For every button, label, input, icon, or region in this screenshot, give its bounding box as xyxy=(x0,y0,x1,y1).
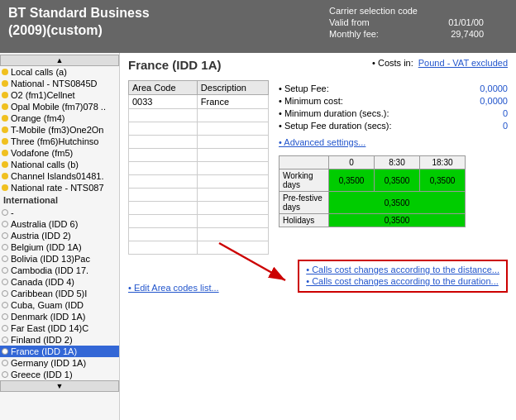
sidebar-item[interactable]: Caribbean (IDD 5)I xyxy=(0,288,119,299)
rate-row: Workingdays0,35000,35000,3500 xyxy=(280,169,466,192)
carrier-value xyxy=(421,5,487,17)
sidebar-item[interactable]: Finland (IDD 2) xyxy=(0,334,119,346)
time-header-cell: 8:30 xyxy=(375,156,420,169)
sidebar-item-label: National - NTS0845D xyxy=(11,79,98,88)
table-row xyxy=(129,202,269,215)
rate-cell: 0,3500 xyxy=(375,169,420,192)
sidebar-dot-icon xyxy=(2,302,8,308)
sidebar-item[interactable]: Opal Mobile (fm7)078 .. xyxy=(0,101,119,112)
monthly-fee-value: 29,7400 xyxy=(421,28,487,40)
rate-row: Holidays0,3500 xyxy=(280,214,466,227)
rate-grid-section: 08:3018:30Workingdays0,35000,35000,3500P… xyxy=(279,155,508,227)
calls-duration-link[interactable]: • Calls cost changes according to the du… xyxy=(306,276,499,286)
sidebar-dot-icon xyxy=(2,150,8,156)
sidebar-item[interactable]: Australia (IDD 6) xyxy=(0,218,119,230)
monthly-fee-label: Monthly fee: xyxy=(326,28,421,40)
sidebar-item[interactable]: Far East (IDD 14)C xyxy=(0,322,119,334)
sidebar-item-label: Orange (fm4) xyxy=(11,113,64,123)
sidebar-item[interactable]: Cuba, Guam (IDD xyxy=(0,299,119,311)
rate-cell: 0,3500 xyxy=(420,169,466,192)
sidebar-item[interactable]: France (IDD 1A) xyxy=(0,346,119,357)
sidebar-item-label: National rate - NTS087 xyxy=(11,183,104,193)
sidebar: ▲ Local calls (a)National - NTS0845DO2 (… xyxy=(0,53,120,420)
sidebar-item[interactable]: Canada (IDD 4) xyxy=(0,276,119,288)
advanced-settings-link[interactable]: • Advanced settings... xyxy=(279,137,366,147)
sidebar-item-label: Germany (IDD 1A) xyxy=(11,358,86,368)
sidebar-dot-icon xyxy=(2,69,8,75)
sidebar-item[interactable]: Orange (fm4) xyxy=(0,112,119,124)
sidebar-dot-icon xyxy=(2,103,8,110)
min-cost-value: 0,0000 xyxy=(458,96,508,106)
sidebar-item-label: Opal Mobile (fm7)078 .. xyxy=(11,102,106,112)
sidebar-item[interactable]: Cambodia (IDD 17. xyxy=(0,265,119,276)
area-code-cell xyxy=(129,175,198,189)
svg-line-1 xyxy=(219,243,285,280)
sidebar-item[interactable]: O2 (fm1)Cellnet xyxy=(0,89,119,101)
sidebar-item[interactable]: - xyxy=(0,207,119,218)
sidebar-item[interactable]: Belgium (IDD 1A) xyxy=(0,241,119,253)
sidebar-item-label: Austria (IDD 2) xyxy=(11,231,71,241)
rate-cell: 0,3500 xyxy=(329,192,466,214)
rate-row-label: Pre-festivedays xyxy=(280,192,329,214)
description-header: Description xyxy=(197,81,268,95)
setup-fee-label: • Setup Fee: xyxy=(279,84,329,93)
sidebar-dot-icon xyxy=(2,255,8,262)
sidebar-item[interactable]: National rate - NTS087 xyxy=(0,182,119,193)
sidebar-item[interactable]: Vodafone (fm5) xyxy=(0,147,119,159)
sidebar-item[interactable]: National - NTS0845D xyxy=(0,78,119,89)
sidebar-dot-icon xyxy=(2,232,8,239)
area-code-cell xyxy=(129,202,198,215)
edit-area-codes-link[interactable]: • Edit Area codes list... xyxy=(128,283,219,293)
sidebar-item[interactable]: Channel Islands01481. xyxy=(0,170,119,182)
sidebar-dot-icon xyxy=(2,92,8,98)
sidebar-dot-icon xyxy=(2,173,8,179)
sidebar-item-label: Australia (IDD 6) xyxy=(11,219,78,229)
sidebar-item[interactable]: T-Mobile (fm3)One2On xyxy=(0,124,119,136)
description-cell xyxy=(197,202,268,215)
cost-details: • Setup Fee: 0,0000 • Minimum cost: 0,00… xyxy=(279,84,508,255)
sidebar-scroll-down[interactable]: ▼ xyxy=(0,380,119,392)
sidebar-item[interactable]: Denmark (IDD 1A) xyxy=(0,311,119,322)
area-code-header: Area Code xyxy=(129,81,198,95)
header: BT Standard Business (2009)(custom) Carr… xyxy=(0,0,516,53)
area-code-cell: 0033 xyxy=(129,95,198,109)
calls-distance-link[interactable]: • Calls cost changes according to the di… xyxy=(306,265,499,274)
area-code-cell xyxy=(129,122,198,136)
sidebar-item[interactable]: Germany (IDD 1A) xyxy=(0,357,119,369)
sidebar-scroll-up[interactable]: ▲ xyxy=(0,55,119,66)
pound-vat-link[interactable]: Pound - VAT excluded xyxy=(418,58,508,68)
sidebar-item[interactable]: Greece (IDD 1) xyxy=(0,369,119,380)
sidebar-item-label: Caribbean (IDD 5)I xyxy=(11,289,87,298)
area-code-cell xyxy=(129,136,198,149)
setup-duration-row: • Setup Fee duration (secs): 0 xyxy=(279,121,508,131)
sidebar-item-label: Vodafone (fm5) xyxy=(11,148,73,158)
area-code-cell xyxy=(129,149,198,162)
sidebar-item-label: Cuba, Guam (IDD xyxy=(11,300,84,310)
setup-fee-row: • Setup Fee: 0,0000 xyxy=(279,84,508,93)
description-cell xyxy=(197,189,268,202)
sidebar-dot-icon xyxy=(2,115,8,122)
sidebar-item-label: National calls (b) xyxy=(11,160,79,169)
sidebar-dot-icon xyxy=(2,161,8,168)
sidebar-item[interactable]: Austria (IDD 2) xyxy=(0,230,119,241)
sidebar-dot-icon xyxy=(2,279,8,285)
sidebar-item[interactable]: Local calls (a) xyxy=(0,66,119,78)
sidebar-item[interactable]: Three (fm6)Hutchinso xyxy=(0,136,119,147)
sidebar-item-label: Three (fm6)Hutchinso xyxy=(11,136,98,146)
rate-cell: 0,3500 xyxy=(329,169,375,192)
min-duration-label: • Minimum duration (secs.): xyxy=(279,108,389,118)
setup-fee-value: 0,0000 xyxy=(458,84,508,93)
table-row xyxy=(129,215,269,228)
sidebar-dot-icon xyxy=(2,184,8,191)
area-table-container: Area Code Description 0033France xyxy=(128,80,269,255)
rate-cell: 0,3500 xyxy=(329,214,466,227)
description-cell xyxy=(197,215,268,228)
sidebar-item[interactable]: National calls (b) xyxy=(0,159,119,170)
sidebar-item-label: Far East (IDD 14)C xyxy=(11,323,88,333)
rate-row-label: Holidays xyxy=(280,214,329,227)
sidebar-item[interactable]: Bolivia (IDD 13)Pac xyxy=(0,253,119,265)
main-body: ▲ Local calls (a)National - NTS0845DO2 (… xyxy=(0,53,516,420)
sidebar-item-label: T-Mobile (fm3)One2On xyxy=(11,125,103,135)
min-duration-value: 0 xyxy=(458,108,508,118)
rate-grid-corner xyxy=(280,156,329,169)
